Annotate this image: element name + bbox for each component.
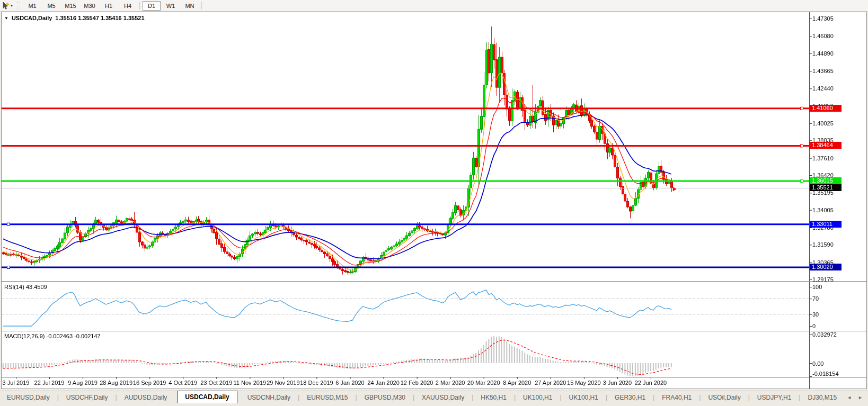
time-axis-label: 2 Mar 2020 [436, 380, 465, 386]
timeframe-button-d1[interactable]: D1 [143, 1, 161, 11]
chart-title-symbol: USDCAD,Daily [12, 15, 52, 21]
chart-title-triangle-icon[interactable]: ▼ [4, 16, 8, 21]
chart-tab-fra40-h1[interactable]: FRA40,H1 [655, 392, 698, 403]
rsi-axis-tick: 0 [812, 323, 816, 330]
rsi-axis-tick: 70 [812, 295, 819, 302]
time-axis-label: 18 Dec 2019 [300, 380, 333, 386]
chart-tab-eurusd-m15[interactable]: EURUSD,M15 [300, 392, 355, 403]
chart-tab-usoil-daily[interactable]: USOil,Daily [701, 392, 747, 403]
time-axis-label: 6 Jan 2020 [335, 380, 364, 386]
price-axis-tick: 1.40025 [812, 120, 834, 127]
macd-axis-tick: 0.00 [812, 360, 823, 367]
time-axis-label: 22 Jul 2019 [34, 380, 65, 386]
chart-tab-usdchf-daily[interactable]: USDCHF,Daily [59, 392, 115, 403]
chart-title-ohlc: 1.35516 1.35547 1.35416 1.35521 [55, 15, 144, 21]
chart-tab-usdcnh-daily[interactable]: USDCNH,Daily [241, 392, 297, 403]
toolbar-separator [139, 2, 140, 10]
timeframe-button-w1[interactable]: W1 [162, 1, 180, 11]
chart-canvas[interactable] [0, 0, 868, 406]
price-axis-tick: 1.44890 [812, 50, 834, 57]
time-axis-label: 8 Apr 2020 [503, 380, 531, 386]
time-axis-label: 4 Oct 2019 [169, 380, 197, 386]
chart-tab-audusd-daily[interactable]: AUDUSD,Daily [118, 392, 174, 403]
hline-price-chip: 1.36015 [810, 177, 842, 184]
time-axis-label: 3 Jun 2020 [603, 380, 632, 386]
rsi-axis-tick: 100 [812, 284, 822, 291]
chart-tab-uk100-h1[interactable]: UK100,H1 [562, 392, 605, 403]
time-axis-label: 3 Jul 2019 [3, 380, 30, 386]
tab-scroll-right-icon[interactable]: ► [858, 395, 863, 400]
rsi-axis-tick: 30 [812, 311, 819, 318]
hline-price-chip: 1.38464 [810, 142, 842, 149]
macd-label: MACD(12,26,9) -0.002463 -0.002147 [4, 333, 101, 339]
toolbar-grip [17, 2, 20, 10]
chart-tab-ger30-h1[interactable]: GER30,H1 [608, 392, 652, 403]
chart-tab-gbpusd-m30[interactable]: GBPUSD,M30 [358, 392, 412, 403]
chart-tab-eurusd-daily[interactable]: EURUSD,Daily [0, 392, 57, 403]
time-axis-label: 16 Sep 2019 [133, 380, 166, 386]
price-axis-tick: 1.43665 [812, 68, 834, 75]
hline-price-chip: 1.33011 [810, 221, 842, 228]
time-axis-label: 9 Aug 2019 [68, 380, 98, 386]
time-axis-line [2, 377, 866, 377]
timeframe-button-m5[interactable]: M5 [42, 1, 60, 11]
chart-tab-hk50-h1[interactable]: HK50,H1 [474, 392, 513, 403]
last-price-chip: 1.35521 [810, 184, 842, 191]
chart-tab-dj30-m15[interactable]: DJ30,M15 [801, 392, 844, 403]
price-axis-tick: 1.42440 [812, 85, 834, 92]
time-axis-label: 15 May 2020 [567, 380, 601, 386]
time-axis-label: 20 Mar 2020 [467, 380, 500, 386]
chart-tab-xauusd-daily[interactable]: XAUUSD,Daily [415, 392, 471, 403]
top-toolbar: ▾ M1M5M15M30H1H4D1W1MN [0, 0, 868, 12]
time-axis-label: 24 Jan 2020 [367, 380, 400, 386]
timeframe-button-mn[interactable]: MN [181, 1, 199, 11]
time-axis-label: 23 Oct 2019 [200, 380, 232, 386]
macd-axis-tick: -0.018154 [812, 371, 839, 377]
time-axis-label: 28 Aug 2019 [100, 380, 132, 386]
chart-tab-uk100-h1[interactable]: UK100,H1 [516, 392, 559, 403]
time-axis-label: 12 Feb 2020 [401, 380, 433, 386]
crosshair-cursor-icon[interactable] [2, 2, 10, 10]
price-axis-tick: 1.46080 [812, 33, 834, 40]
price-axis-tick: 1.34005 [812, 207, 834, 214]
timeframe-button-h4[interactable]: H4 [119, 1, 137, 11]
chart-title: ▼ USDCAD,Daily 1.35516 1.35547 1.35416 1… [4, 15, 145, 21]
tool-dropdown-caret[interactable]: ▾ [11, 3, 13, 8]
price-axis-tick: 1.31590 [812, 241, 834, 248]
rsi-label: RSI(14) 43.4509 [4, 284, 47, 290]
toolbar-separator [201, 2, 202, 10]
timeframe-button-m15[interactable]: M15 [61, 1, 79, 11]
chart-tab-usdjpy-h1[interactable]: USDJPY,H1 [750, 392, 798, 403]
timeframe-button-m30[interactable]: M30 [81, 1, 99, 11]
hline-price-chip: 1.30020 [810, 264, 842, 270]
chart-tab-usdcad-daily[interactable]: USDCAD,Daily [177, 391, 237, 403]
timeframe-button-h1[interactable]: H1 [100, 1, 118, 11]
rsi-pane-divider[interactable] [2, 281, 866, 282]
price-axis-tick: 1.29175 [812, 276, 834, 283]
time-axis-label: 27 Apr 2020 [535, 380, 566, 386]
macd-pane-divider[interactable] [2, 331, 866, 331]
status-strip [0, 403, 868, 406]
time-axis-label: 11 Nov 2019 [234, 380, 267, 386]
price-axis-tick: 1.37610 [812, 155, 834, 162]
hline-price-chip: 1.41060 [810, 105, 842, 112]
price-axis-divider [809, 12, 810, 389]
time-axis-label: 22 Jun 2020 [635, 380, 667, 386]
price-axis-tick: 1.47305 [812, 15, 834, 22]
tab-scroll-left-icon[interactable]: ◄ [847, 395, 852, 400]
time-axis-label: 29 Nov 2019 [267, 380, 299, 386]
chart-tab-bar: EURUSD,Daily|USDCHF,Daily|AUDUSD,DailyUS… [0, 391, 868, 404]
timeframe-button-m1[interactable]: M1 [23, 1, 41, 11]
macd-axis-tick: 0.032972 [812, 331, 837, 338]
